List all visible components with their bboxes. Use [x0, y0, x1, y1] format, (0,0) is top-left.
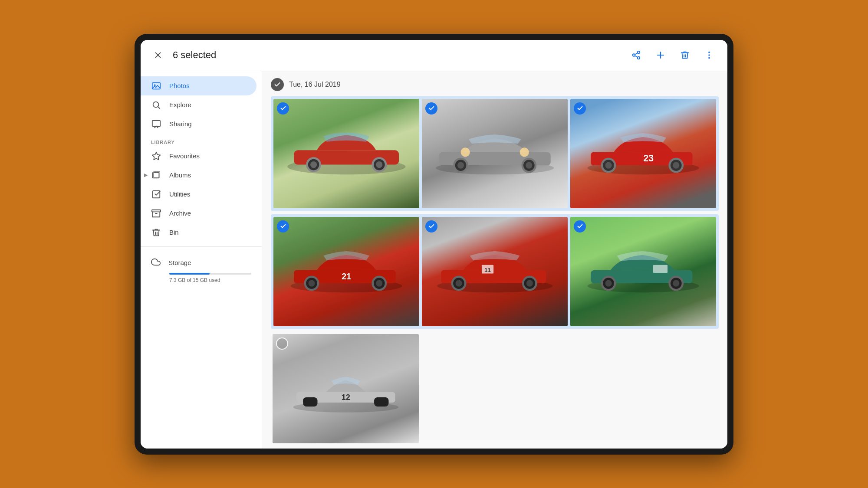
svg-rect-12 [152, 82, 160, 89]
svg-line-15 [158, 107, 160, 108]
close-button[interactable] [151, 48, 165, 62]
sidebar-archive-label: Archive [169, 210, 191, 217]
photo-5[interactable]: 11 [422, 217, 568, 326]
svg-point-13 [154, 84, 156, 86]
chat-icon [151, 119, 161, 129]
storage-used-text: 7.3 GB of 15 GB used [169, 277, 251, 283]
sidebar-item-albums[interactable]: ▶ Albums [141, 166, 256, 185]
svg-text:12: 12 [342, 393, 350, 402]
photo-4[interactable]: 21 [273, 217, 419, 326]
photo-4-image: 21 [273, 217, 419, 326]
date-select-all[interactable] [271, 78, 284, 91]
photo-2-image [422, 99, 568, 208]
photo-2-check[interactable] [425, 102, 437, 115]
sidebar: Photos Explore [141, 71, 262, 449]
photo-grid-selected: 23 [271, 96, 719, 211]
svg-point-34 [526, 162, 532, 168]
svg-point-36 [519, 147, 529, 157]
screen: 6 selected [141, 40, 727, 449]
search-icon [151, 100, 161, 110]
svg-point-10 [708, 54, 710, 56]
storage-section: Storage 7.3 GB of 15 GB used [141, 251, 262, 289]
sidebar-photos-label: Photos [169, 82, 190, 89]
storage-bar-fill [169, 273, 210, 275]
photo-5-image: 11 [422, 217, 568, 326]
photo-7-uncheck[interactable] [276, 337, 288, 350]
sidebar-item-bin[interactable]: Bin [141, 223, 256, 242]
photo-2[interactable] [422, 99, 568, 208]
photo-6-check[interactable] [574, 220, 586, 233]
share-button[interactable] [628, 47, 644, 63]
svg-rect-69 [374, 397, 388, 406]
more-options-button[interactable] [701, 47, 717, 63]
svg-point-58 [526, 280, 533, 286]
sidebar-favourites-label: Favourites [169, 152, 200, 160]
svg-point-41 [605, 162, 612, 168]
top-bar-right [628, 47, 717, 63]
svg-point-14 [153, 102, 159, 107]
utilities-icon [151, 189, 161, 200]
sidebar-albums-label: Albums [169, 171, 191, 179]
bin-icon [151, 227, 161, 238]
storage-label: Storage [168, 259, 191, 266]
photo-4-check[interactable] [277, 220, 289, 233]
svg-point-43 [673, 162, 679, 168]
sidebar-item-sharing[interactable]: Sharing [141, 115, 256, 134]
albums-expand-arrow: ▶ [144, 172, 148, 178]
svg-text:11: 11 [484, 267, 491, 273]
svg-point-50 [376, 280, 382, 286]
storage-header: Storage [151, 257, 251, 269]
svg-point-11 [708, 57, 710, 59]
star-icon [151, 151, 161, 161]
photo-1-image [273, 99, 419, 208]
photo-6-image [570, 217, 716, 326]
sidebar-item-favourites[interactable]: Favourites [141, 147, 256, 166]
sidebar-item-utilities[interactable]: Utilities [141, 185, 256, 204]
photo-7[interactable]: 12 [273, 334, 419, 444]
delete-button[interactable] [677, 47, 693, 63]
sidebar-explore-label: Explore [169, 101, 191, 108]
svg-point-48 [308, 280, 315, 286]
photo-1[interactable] [273, 99, 419, 208]
svg-point-65 [673, 280, 679, 286]
photo-grid-selected-2: 21 [271, 214, 719, 329]
svg-rect-20 [153, 190, 160, 198]
svg-point-32 [457, 162, 464, 168]
svg-point-35 [460, 147, 470, 157]
svg-rect-21 [152, 210, 161, 212]
photo-6[interactable] [570, 217, 716, 326]
album-icon [151, 170, 161, 180]
date-header: Tue, 16 Jul 2019 [271, 71, 719, 96]
svg-point-9 [708, 52, 710, 53]
device-frame: 6 selected [135, 34, 733, 455]
svg-point-63 [605, 280, 612, 286]
photo-3-check[interactable] [574, 102, 586, 115]
selected-count-label: 6 selected [173, 49, 216, 61]
cloud-icon [151, 257, 161, 269]
photo-5-check[interactable] [425, 220, 437, 233]
svg-point-28 [376, 161, 382, 168]
photo-7-image: 12 [273, 334, 419, 444]
svg-marker-17 [152, 152, 160, 159]
add-button[interactable] [653, 47, 668, 63]
library-section-label: LIBRARY [141, 134, 262, 147]
svg-text:21: 21 [342, 272, 351, 281]
top-bar-left: 6 selected [151, 48, 216, 62]
sidebar-divider [141, 246, 262, 247]
sidebar-sharing-label: Sharing [169, 120, 192, 128]
photo-1-check[interactable] [277, 102, 289, 115]
storage-bar-background [169, 273, 251, 275]
photo-3[interactable]: 23 [570, 99, 716, 208]
svg-line-6 [635, 53, 638, 55]
sidebar-item-photos[interactable]: Photos [141, 76, 256, 95]
sidebar-item-archive[interactable]: Archive [141, 204, 256, 223]
svg-rect-61 [653, 265, 667, 272]
photo-3-image: 23 [570, 99, 716, 208]
svg-line-5 [635, 56, 638, 57]
main-layout: Photos Explore [141, 71, 727, 449]
sidebar-item-explore[interactable]: Explore [141, 95, 256, 115]
archive-icon [151, 208, 161, 219]
sidebar-bin-label: Bin [169, 229, 179, 236]
svg-rect-16 [152, 120, 160, 126]
date-label: Tue, 16 Jul 2019 [289, 81, 341, 88]
